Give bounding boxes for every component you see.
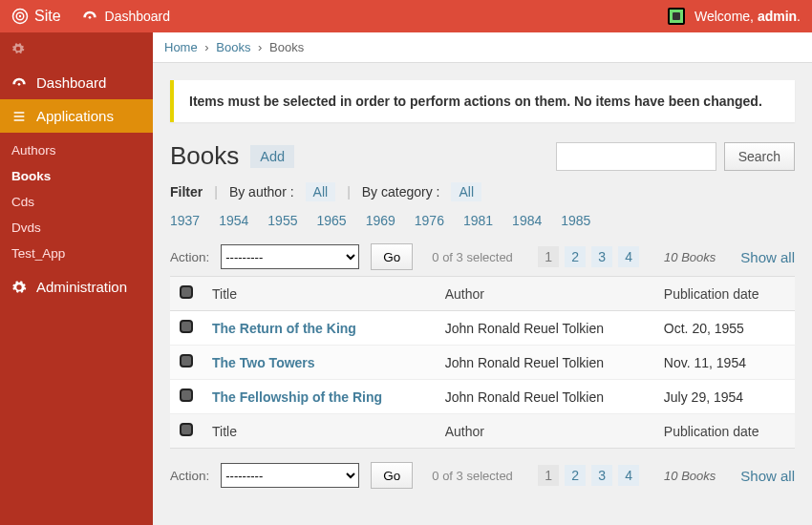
selection-count: 0 of 3 selected xyxy=(432,250,513,264)
sidebar-item-applications[interactable]: Applications xyxy=(0,99,153,133)
filter-bar: Filter | By author : All | By category :… xyxy=(170,182,795,201)
filter-label: Filter xyxy=(170,184,203,200)
search-bar: Search xyxy=(556,142,795,171)
sidebar-subitem[interactable]: Test_App xyxy=(0,241,153,266)
action-bar-top: Action: --------- Go 0 of 3 selected 1 2… xyxy=(170,243,795,270)
page-link[interactable]: 4 xyxy=(618,246,639,267)
sidebar-subitem[interactable]: Cds xyxy=(0,189,153,215)
brand-text: Site xyxy=(34,8,61,25)
year-filter[interactable]: 1955 xyxy=(267,213,297,228)
sidebar-item-dashboard[interactable]: Dashboard xyxy=(0,66,153,99)
show-all-link[interactable]: Show all xyxy=(740,249,795,265)
page-link[interactable]: 1 xyxy=(538,246,559,267)
main: Home › Books › Books Items must be selec… xyxy=(153,32,812,525)
col-title[interactable]: Title xyxy=(203,414,436,449)
year-filter[interactable]: 1976 xyxy=(415,213,444,228)
sidebar-subitem[interactable]: Dvds xyxy=(0,215,153,241)
year-filter[interactable]: 1965 xyxy=(316,213,346,228)
gauge-icon xyxy=(82,9,97,24)
row-checkbox[interactable] xyxy=(180,354,193,368)
row-pubdate: Oct. 20, 1955 xyxy=(654,311,795,346)
sidebar-item-label: Applications xyxy=(36,108,114,124)
row-checkbox[interactable] xyxy=(180,320,193,333)
topbar-left: Site Dashboard xyxy=(11,8,170,25)
topbar-right: Welcome, admin. xyxy=(668,8,801,25)
col-pubdate[interactable]: Publication date xyxy=(654,414,795,449)
target-icon xyxy=(11,8,29,25)
row-pubdate: Nov. 11, 1954 xyxy=(654,346,795,380)
search-button[interactable]: Search xyxy=(724,142,795,171)
page-link[interactable]: 1 xyxy=(538,465,559,486)
sidebar-sub-apps: Authors Books Cds Dvds Test_App xyxy=(0,133,153,270)
year-filter[interactable]: 1937 xyxy=(170,213,200,228)
row-author: John Ronald Reuel Tolkien xyxy=(436,380,654,414)
svg-point-3 xyxy=(88,16,91,19)
topbar-dashboard-link[interactable]: Dashboard xyxy=(82,9,171,24)
sidebar-item-label: Dashboard xyxy=(36,74,106,91)
page-link[interactable]: 3 xyxy=(591,246,612,267)
filter-author-label: By author : xyxy=(229,184,294,200)
brand[interactable]: Site xyxy=(11,8,61,25)
settings-gear[interactable] xyxy=(0,42,153,66)
warning-alert: Items must be selected in order to perfo… xyxy=(170,80,795,122)
welcome-text: Welcome, admin. xyxy=(694,9,801,24)
list-icon xyxy=(11,109,27,124)
year-filter[interactable]: 1969 xyxy=(366,213,395,228)
year-filter[interactable]: 1954 xyxy=(219,213,248,228)
table-row: The Fellowship of the Ring John Ronald R… xyxy=(170,380,795,414)
year-filter-row: 1937 1954 1955 1965 1969 1976 1981 1984 … xyxy=(170,213,795,228)
col-author[interactable]: Author xyxy=(436,277,654,311)
go-button[interactable]: Go xyxy=(371,243,413,270)
breadcrumb-mid[interactable]: Books xyxy=(216,40,250,54)
page-link[interactable]: 4 xyxy=(618,465,639,486)
welcome-username: admin xyxy=(758,9,797,24)
row-author: John Ronald Reuel Tolkien xyxy=(436,311,654,346)
breadcrumb: Home › Books › Books xyxy=(153,32,812,63)
row-checkbox[interactable] xyxy=(180,388,193,402)
search-input[interactable] xyxy=(556,142,716,171)
filter-category-value[interactable]: All xyxy=(451,182,481,201)
table-header-row: Title Author Publication date xyxy=(170,277,795,311)
page-link[interactable]: 3 xyxy=(591,465,612,486)
topbar: Site Dashboard Welcome, admin. xyxy=(0,0,812,32)
col-author[interactable]: Author xyxy=(436,414,654,449)
row-title-link[interactable]: The Two Towers xyxy=(212,355,315,370)
year-filter[interactable]: 1985 xyxy=(561,213,590,228)
table-row: The Two Towers John Ronald Reuel Tolkien… xyxy=(170,346,795,380)
year-filter[interactable]: 1981 xyxy=(463,213,493,228)
col-title[interactable]: Title xyxy=(203,277,436,311)
show-all-link[interactable]: Show all xyxy=(740,468,795,484)
welcome-prefix: Welcome, xyxy=(694,9,758,24)
sidebar-item-label: Administration xyxy=(36,279,127,295)
page-link[interactable]: 2 xyxy=(565,246,586,267)
sidebar-subitem[interactable]: Books xyxy=(0,163,153,189)
breadcrumb-home[interactable]: Home xyxy=(164,40,198,54)
row-author: John Ronald Reuel Tolkien xyxy=(436,346,654,380)
filter-author-value[interactable]: All xyxy=(306,182,336,201)
welcome-suffix: . xyxy=(797,9,801,24)
row-title-link[interactable]: The Fellowship of the Ring xyxy=(212,389,382,405)
sidebar-item-administration[interactable]: Administration xyxy=(0,270,153,304)
pager: 1 2 3 4 xyxy=(538,465,639,486)
year-filter[interactable]: 1984 xyxy=(512,213,542,228)
select-all-checkbox[interactable] xyxy=(180,285,193,299)
go-button[interactable]: Go xyxy=(371,462,413,489)
col-pubdate[interactable]: Publication date xyxy=(654,277,795,311)
select-all-checkbox[interactable] xyxy=(180,423,193,436)
total-count: 10 Books xyxy=(664,250,716,264)
action-select[interactable]: --------- xyxy=(221,463,359,488)
page-link[interactable]: 2 xyxy=(565,465,586,486)
row-title-link[interactable]: The Return of the King xyxy=(212,321,356,336)
topbar-dashboard-label: Dashboard xyxy=(105,9,171,24)
avatar-icon[interactable] xyxy=(668,8,685,25)
sidebar-subitem[interactable]: Authors xyxy=(0,137,153,163)
action-select[interactable]: --------- xyxy=(221,244,359,269)
gauge-icon xyxy=(11,75,27,91)
table-footer-row: Title Author Publication date xyxy=(170,414,795,449)
add-button[interactable]: Add xyxy=(250,145,294,168)
page-title: Books xyxy=(170,141,239,171)
gear-icon xyxy=(11,280,27,295)
total-count: 10 Books xyxy=(664,469,716,483)
warning-alert-text: Items must be selected in order to perfo… xyxy=(189,94,762,109)
svg-point-4 xyxy=(18,83,21,86)
